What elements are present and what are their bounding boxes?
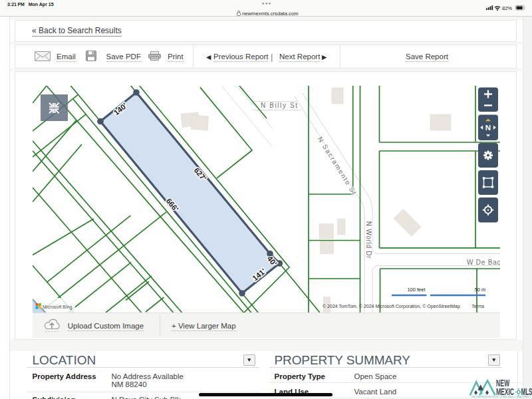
svg-text:N: N [485,124,491,132]
svg-text:newmexmls.crsdata.com: newmexmls.crsdata.com [242,11,299,17]
svg-text:W De Bac: W De Bac [467,259,500,266]
svg-text:Microsoft Bing: Microsoft Bing [43,305,72,310]
svg-text:N World Dr: N World Dr [365,221,372,259]
svg-text:THE STATEWIDE NETWORK OF NEW M: THE STATEWIDE NETWORK OF NEW MEXICO REAL… [471,396,530,398]
svg-text:N Billy St: N Billy St [261,102,299,109]
svg-text:50 m: 50 m [475,287,486,293]
svg-text:MLS: MLS [521,387,532,397]
svg-text:100 feet: 100 feet [407,287,426,293]
svg-text:MEXIC: MEXIC [496,386,514,397]
svg-text:82%: 82% [502,5,512,11]
svg-text:© 2024 TomTom, © 2024 Microsof: © 2024 TomTom, © 2024 Microsoft Corporat… [323,304,485,309]
